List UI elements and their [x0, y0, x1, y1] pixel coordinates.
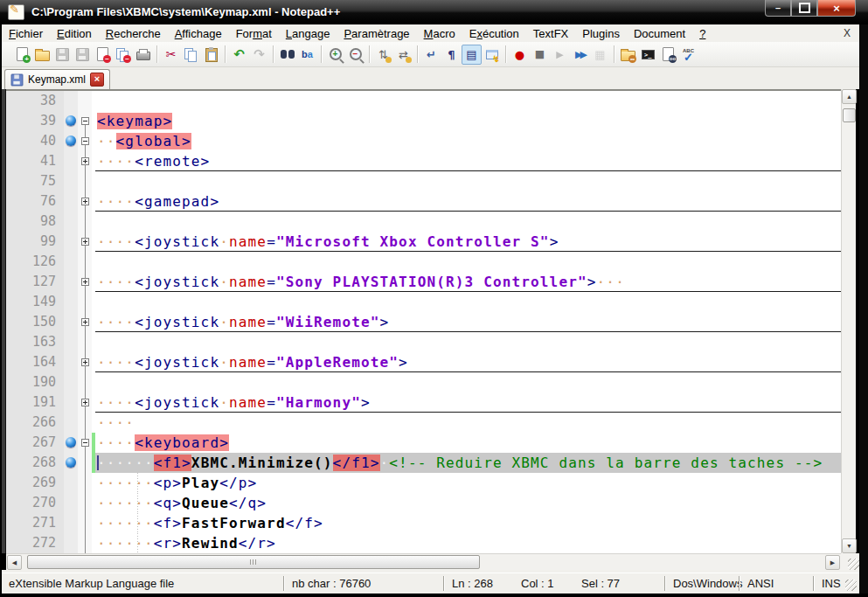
fold-expand-icon[interactable] [81, 399, 89, 406]
menu-item-execution[interactable]: Exécution [462, 24, 526, 42]
code-text[interactable]: ····<joystick·name="WiiRemote"> [95, 312, 841, 332]
bookmark-margin[interactable] [64, 151, 78, 171]
menu-item-fichier[interactable]: Fichier [2, 24, 50, 42]
code-line-76[interactable]: 76····<gamepad> [6, 191, 841, 212]
menu-item-textfx[interactable]: TextFX [526, 24, 575, 42]
code-text[interactable]: ····<remote> [95, 151, 841, 171]
code-line-40[interactable]: 40··<global> [6, 131, 841, 151]
bookmark-margin[interactable] [64, 292, 78, 312]
playback-macro-icon[interactable]: ▶ [550, 45, 570, 65]
code-text[interactable]: ····<joystick·name="Sony PLAYSTATION(R)3… [95, 272, 841, 292]
bookmark-margin[interactable] [64, 212, 78, 232]
menu-item-recherche[interactable]: Recherche [99, 24, 168, 42]
vertical-scrollbar[interactable]: ▲ ▼ [841, 89, 856, 553]
bookmark-margin[interactable] [64, 171, 78, 191]
scroll-right-icon[interactable]: ▶ [825, 555, 840, 570]
code-text[interactable] [95, 212, 841, 232]
tab-keymap-xml[interactable]: Keymap.xml × [4, 69, 110, 89]
code-line-267[interactable]: 267····<keyboard> [6, 433, 841, 453]
menu-item-plugins[interactable]: Plugins [575, 24, 627, 42]
bookmark-margin[interactable] [64, 392, 78, 413]
menu-item-parametrage[interactable]: Paramètrage [337, 24, 416, 42]
code-line-150[interactable]: 150····<joystick·name="WiiRemote"> [6, 312, 841, 332]
bookmark-margin[interactable] [64, 232, 78, 252]
fold-expand-icon[interactable] [81, 157, 89, 165]
fold-margin[interactable] [78, 392, 92, 413]
fold-expand-icon[interactable] [81, 278, 89, 286]
code-line-38[interactable]: 38 [6, 91, 841, 111]
code-line-41[interactable]: 41····<remote> [6, 151, 841, 171]
code-text[interactable] [95, 292, 841, 312]
close-file-icon[interactable]: − [93, 45, 113, 65]
code-line-191[interactable]: 191····<joystick·name="Harmony"> [6, 392, 841, 413]
spell-check-icon[interactable]: ABC✓ [678, 45, 698, 65]
bookmark-margin[interactable] [64, 191, 78, 212]
scroll-left-icon[interactable]: ◀ [7, 555, 22, 570]
bookmark-margin[interactable] [64, 372, 78, 392]
bookmark-margin[interactable] [64, 91, 78, 111]
sync-vertical-scrolling-icon[interactable]: ⇅ [373, 45, 393, 65]
code-text[interactable]: ····<gamepad> [95, 191, 841, 212]
bookmark-margin[interactable] [64, 312, 78, 332]
code-line-190[interactable]: 190 [6, 372, 841, 392]
fold-margin[interactable] [78, 191, 92, 212]
fold-margin[interactable] [78, 111, 92, 131]
scroll-down-icon[interactable]: ▼ [842, 538, 857, 553]
code-line-149[interactable]: 149 [6, 292, 841, 312]
fold-collapse-icon[interactable] [81, 439, 89, 447]
code-line-99[interactable]: 99····<joystick·name="Microsoft Xbox Con… [6, 232, 841, 252]
fold-margin[interactable] [78, 151, 92, 171]
code-text[interactable] [95, 332, 841, 352]
resize-grip-icon[interactable] [848, 559, 859, 570]
fold-expand-icon[interactable] [81, 318, 89, 326]
show-indent-guide-icon[interactable]: ▤ [462, 45, 482, 65]
copy-icon[interactable] [181, 45, 201, 65]
open-containing-folder-icon[interactable]: ∞ [618, 45, 638, 65]
find-in-files-icon[interactable]: oo [658, 45, 678, 65]
paste-icon[interactable] [201, 45, 221, 65]
code-line-126[interactable]: 126 [6, 252, 841, 272]
function-completion-icon[interactable]: ↯ [482, 45, 502, 65]
vertical-scrollbar-thumb[interactable] [843, 108, 856, 122]
horizontal-scrollbar-thumb[interactable] [27, 555, 480, 569]
fold-expand-icon[interactable] [81, 198, 89, 205]
code-line-75[interactable]: 75 [6, 171, 841, 191]
save-file-icon[interactable] [52, 45, 73, 65]
close-all-icon[interactable]: − [113, 45, 133, 65]
menu-item-affichage[interactable]: Affichage [168, 24, 229, 42]
new-file-icon[interactable]: + [12, 45, 32, 65]
code-text[interactable]: ····<joystick·name="AppleRemote"> [95, 352, 841, 372]
code-area[interactable]: 3839<keymap>40··<global>41····<remote>75… [6, 89, 841, 555]
bookmark-margin[interactable] [64, 533, 78, 553]
code-text[interactable] [95, 91, 841, 111]
menu-item-format[interactable]: Format [229, 24, 279, 42]
close-document-x[interactable]: X [844, 27, 851, 39]
maximize-button[interactable] [791, 0, 817, 17]
code-text[interactable]: ······<f>FastForward</f> [95, 513, 841, 533]
stop-recording-macro-icon[interactable]: ■ [530, 45, 550, 65]
bookmark-margin[interactable] [64, 473, 78, 493]
code-text[interactable]: ······<p>Play</p> [95, 473, 841, 493]
code-line-270[interactable]: 270······<q>Queue</q> [6, 493, 841, 513]
fold-collapse-icon[interactable] [81, 117, 89, 125]
bookmark-margin[interactable] [64, 493, 78, 513]
start-recording-macro-icon[interactable]: ● [510, 45, 530, 65]
menu-item-langage[interactable]: Langage [279, 24, 337, 42]
code-text[interactable]: ····<joystick·name="Microsoft Xbox Contr… [95, 232, 841, 252]
code-line-268[interactable]: 268······<f1>XBMC.Minimize()</f1>·<!-- R… [6, 453, 841, 473]
redo-icon[interactable]: ↷ [249, 45, 269, 65]
code-line-266[interactable]: 266···· [6, 413, 841, 433]
code-text[interactable]: <keymap> [95, 111, 841, 131]
code-text[interactable]: ······<r>Rewind</r> [95, 533, 841, 553]
fold-margin[interactable] [78, 312, 92, 332]
save-all-icon[interactable] [73, 45, 93, 65]
bookmark-margin[interactable] [64, 352, 78, 372]
menu-item-macro[interactable]: Macro [417, 24, 462, 42]
menu-item-edition[interactable]: Edition [50, 24, 99, 42]
save-recorded-macro-icon[interactable]: ▦ [590, 45, 610, 65]
print-icon[interactable] [133, 45, 153, 65]
bookmark-margin[interactable] [64, 131, 78, 151]
bookmark-margin[interactable] [64, 433, 78, 453]
fold-collapse-icon[interactable] [81, 137, 89, 145]
code-line-271[interactable]: 271······<f>FastForward</f> [6, 513, 841, 533]
